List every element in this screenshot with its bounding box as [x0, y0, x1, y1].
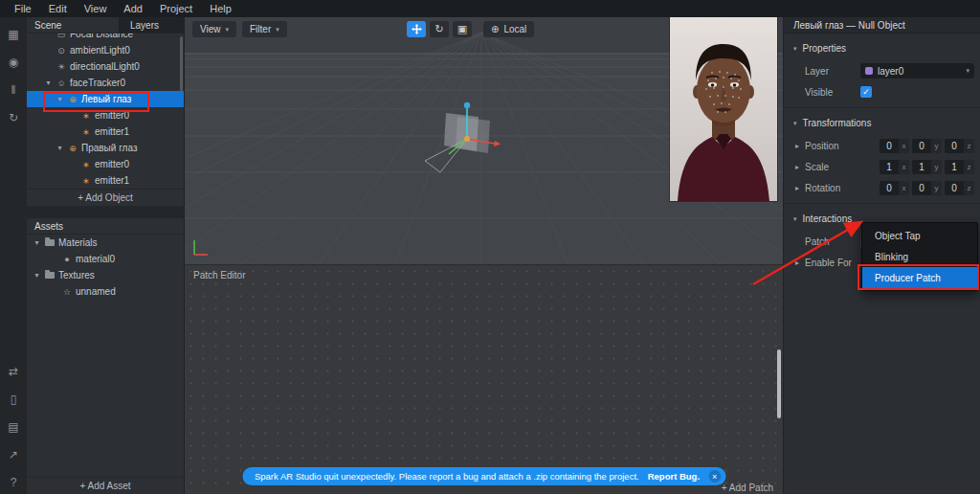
chevron-down-icon: ▾ — [276, 26, 279, 34]
add-patch-button[interactable]: + Add Patch — [722, 483, 773, 493]
tree-item-facetracker0[interactable]: ▾ ☺ faceTracker0 — [27, 75, 184, 91]
scale-tool-button[interactable]: ▣ — [453, 21, 472, 37]
banner-close-button[interactable]: × — [708, 470, 721, 483]
chevron-down-icon[interactable]: ▾ — [793, 215, 797, 223]
tree-item-focal-distance[interactable]: ▭ Focal Distance — [27, 34, 184, 42]
menu-item-add[interactable]: Add — [115, 3, 151, 14]
menu-item-blinking[interactable]: Blinking — [862, 246, 977, 267]
panel-divider — [27, 206, 184, 218]
chevron-down-icon[interactable]: ▾ — [793, 120, 797, 127]
tree-item-levyy-glaz[interactable]: ▾ ⊕ Левый глаз — [27, 91, 184, 107]
filter-dropdown[interactable]: Filter ▾ — [242, 21, 287, 37]
focal-distance-icon: ▭ — [56, 34, 67, 39]
scale-x-field[interactable]: 1 — [880, 160, 899, 174]
section-transformations-label: Transformations — [803, 118, 872, 128]
rotate-tool-button[interactable]: ↻ — [430, 21, 449, 37]
tree-item-ambientlight0[interactable]: ⊙ ambientLight0 — [27, 42, 184, 58]
menu-item-file[interactable]: File — [6, 3, 40, 14]
enable-for-label: Enable For — [805, 258, 852, 268]
section-properties-label: Properties — [803, 43, 847, 54]
scene-panel-header: Scene Layers — [27, 17, 184, 34]
scale-z-field[interactable]: 1 — [945, 160, 964, 174]
axis-x-label: x — [899, 181, 909, 195]
layer-label: Layer — [805, 66, 860, 77]
asset-item-materials[interactable]: ▾ Materials — [27, 235, 184, 251]
chevron-down-icon[interactable]: ▾ — [56, 144, 64, 152]
menu-item-producer-patch[interactable]: Producer Patch — [862, 267, 977, 288]
chevron-down-icon[interactable]: ▾ — [33, 238, 41, 247]
chevron-right-icon[interactable]: ▸ — [795, 163, 805, 171]
chevron-down-icon[interactable]: ▾ — [56, 95, 64, 103]
share-icon[interactable]: ↗ — [5, 447, 22, 462]
visible-checkbox[interactable]: ✓ — [860, 86, 872, 98]
chevron-right-icon[interactable]: ▸ — [795, 258, 805, 267]
rotation-x-field[interactable]: 0 — [880, 181, 899, 195]
menu-item-project[interactable]: Project — [151, 3, 201, 14]
viewport-3d[interactable]: View ▾ Filter ▾ ↻ ▣ ⊕ Local — [185, 17, 783, 264]
chevron-down-icon[interactable]: ▾ — [33, 271, 41, 280]
add-asset-button[interactable]: + Add Asset — [27, 477, 184, 494]
filter-dropdown-label: Filter — [250, 24, 271, 34]
menu-item-view[interactable]: View — [76, 3, 116, 14]
position-row: ▸ Position 0x 0y 0z — [784, 135, 980, 156]
panels-icon[interactable]: ▦ — [5, 27, 22, 42]
scale-vector: 1x 1y 1z — [880, 160, 974, 174]
asset-item-label: Materials — [58, 237, 98, 248]
position-x-field[interactable]: 0 — [880, 139, 899, 153]
file-tray-icon[interactable]: ▤ — [5, 419, 22, 435]
inspector-title: Левый глаз — Null Object — [784, 17, 980, 34]
rotation-y-field[interactable]: 0 — [912, 181, 931, 195]
patch-editor-title: Patch Editor — [193, 270, 245, 281]
menu-item-object-tap[interactable]: Object Tap — [862, 225, 977, 246]
layer-row: Layer layer0 ▾ — [784, 60, 980, 81]
scene-tree-scrollbar[interactable] — [180, 36, 183, 92]
crash-banner: Spark AR Studio quit unexpectedly. Pleas… — [242, 467, 725, 485]
report-bug-link[interactable]: Report Bug. — [648, 471, 700, 482]
position-z-field[interactable]: 0 — [945, 139, 964, 153]
left-panel: Scene Layers ▭ Focal Distance ⊙ ambientL… — [27, 17, 185, 494]
phone-icon[interactable]: ▯ — [5, 392, 22, 407]
restart-icon[interactable]: ↻ — [5, 110, 22, 125]
asset-item-label: unnamed — [76, 286, 116, 297]
tree-item-pravyy-glaz[interactable]: ▾ ⊕ Правый глаз — [27, 140, 184, 156]
tree-item-emitter0-left[interactable]: ∗ emitter0 — [27, 107, 184, 124]
rotation-z-field[interactable]: 0 — [945, 181, 964, 195]
tab-layers[interactable]: Layers — [119, 17, 184, 33]
pause-icon[interactable]: ‖ — [5, 82, 22, 98]
menubar: File Edit View Add Project Help — [0, 0, 980, 17]
transform-gizmo[interactable] — [419, 96, 515, 182]
help-icon[interactable]: ? — [5, 475, 22, 490]
tree-item-directionallight0[interactable]: ☀ directionalLight0 — [27, 58, 184, 75]
tree-item-emitter0-right[interactable]: ∗ emitter0 — [27, 156, 184, 172]
tree-item-emitter1-right[interactable]: ∗ emitter1 — [27, 172, 184, 189]
asset-item-unnamed[interactable]: ☆ unnamed — [27, 283, 184, 300]
mirror-device-icon[interactable]: ⇄ — [5, 364, 22, 379]
menu-item-edit[interactable]: Edit — [40, 3, 76, 14]
menu-item-help[interactable]: Help — [201, 3, 240, 14]
folder-icon — [45, 239, 55, 246]
chevron-right-icon[interactable]: ▸ — [795, 184, 805, 192]
chevron-down-icon[interactable]: ▾ — [44, 79, 53, 87]
patch-editor-scrollbar[interactable] — [777, 349, 781, 418]
view-dropdown[interactable]: View ▾ — [192, 21, 236, 37]
asset-item-material0[interactable]: ● material0 — [27, 251, 184, 267]
asset-item-textures[interactable]: ▾ Textures — [27, 267, 184, 283]
material-sphere-icon: ● — [61, 255, 73, 264]
asset-item-label: Textures — [58, 270, 95, 281]
scale-y-field[interactable]: 1 — [912, 160, 931, 174]
local-space-button[interactable]: ⊕ Local — [483, 21, 534, 37]
chevron-right-icon[interactable]: ▸ — [795, 142, 805, 150]
patch-editor[interactable]: Patch Editor Spark AR Studio quit unexpe… — [185, 264, 783, 494]
camera-view-icon[interactable]: ◉ — [5, 55, 22, 70]
chevron-down-icon[interactable]: ▾ — [793, 45, 797, 53]
tree-item-label: directionalLight0 — [70, 61, 140, 72]
add-object-button[interactable]: + Add Object — [27, 189, 184, 206]
scale-icon: ▣ — [457, 23, 467, 35]
emitter-icon: ∗ — [80, 160, 92, 169]
visible-row: Visible ✓ — [784, 81, 980, 102]
move-tool-button[interactable] — [407, 21, 426, 37]
position-y-field[interactable]: 0 — [912, 139, 931, 153]
scene-tree: ▭ Focal Distance ⊙ ambientLight0 ☀ direc… — [27, 34, 184, 189]
layer-select[interactable]: layer0 ▾ — [860, 63, 974, 79]
tree-item-emitter1-left[interactable]: ∗ emitter1 — [27, 124, 184, 140]
